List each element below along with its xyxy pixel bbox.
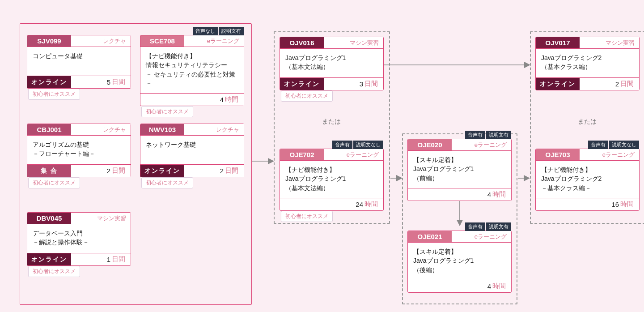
course-flags: 音声有 説明文なし <box>332 141 383 149</box>
course-flags: 音声有 説明文なし <box>588 141 639 149</box>
course-flags: 音声有 説明文有 <box>465 222 511 231</box>
card-dbv045[interactable]: DBV045 マシン実習 データベース入門 －解説と操作体験－ オンライン 1日… <box>27 212 131 266</box>
course-duration: 2日間 <box>184 165 244 177</box>
course-delivery <box>140 94 184 106</box>
course-duration: 4時間 <box>452 280 511 292</box>
card-oje020[interactable]: 音声有 説明文有 OJE020 eラーニング 【スキル定着】 Javaプログラミ… <box>407 139 512 201</box>
flag-desc: 説明文有 <box>486 131 511 139</box>
recommend-badge: 初心者にオススメ <box>141 177 193 188</box>
course-code: OJE020 <box>408 139 452 150</box>
recommend-badge: 初心者にオススメ <box>141 106 193 117</box>
course-style: マシン実習 <box>324 37 383 48</box>
course-code: OJV017 <box>536 37 580 48</box>
recommend-badge: 初心者にオススメ <box>28 89 80 100</box>
course-title: 【ナビ機能付き】 Javaプログラミング1 （基本文法編） <box>280 161 383 198</box>
recommend-badge: 初心者にオススメ <box>281 90 333 102</box>
or-label-java2: または <box>578 118 597 126</box>
course-delivery: オンライン <box>280 78 324 90</box>
course-duration: 3日間 <box>324 78 383 90</box>
recommend-badge: 初心者にオススメ <box>281 211 333 222</box>
course-code: OJE021 <box>408 231 452 242</box>
recommend-badge: 初心者にオススメ <box>28 177 80 188</box>
flag-voice: 音声有 <box>465 222 485 231</box>
course-title: 【スキル定着】 Javaプログラミング1 （前編） <box>408 151 511 188</box>
flag-desc: 説明文有 <box>486 222 511 231</box>
course-title: 【ナビ機能付き】 Javaプログラミング2 －基本クラス編－ <box>536 161 639 198</box>
course-title: ネットワーク基礎 <box>140 136 244 164</box>
or-label-java1: または <box>322 118 341 126</box>
course-title: Javaプログラミング1 （基本文法編） <box>280 49 383 77</box>
course-title: コンピュータ基礎 <box>27 47 131 76</box>
course-style: eラーニング <box>452 139 511 150</box>
course-title: Javaプログラミング2 （基本クラス編） <box>536 49 639 77</box>
course-code: CBJ001 <box>27 124 71 135</box>
flag-desc: 説明文なし <box>353 141 383 149</box>
course-delivery <box>408 280 452 292</box>
course-code: OJE702 <box>280 149 324 160</box>
course-code: DBV045 <box>27 213 71 224</box>
recommend-badge: 初心者にオススメ <box>28 266 80 277</box>
course-code: OJE703 <box>536 149 580 160</box>
course-title: 【ナビ機能付き】 情報セキュリティリテラシー － セキュリティの必要性と対策－ <box>140 47 244 93</box>
course-code: SCE708 <box>140 35 184 47</box>
course-style: eラーニング <box>324 149 383 160</box>
course-duration: 2日間 <box>580 78 639 90</box>
course-title: 【スキル定着】 Javaプログラミング1 （後編） <box>408 243 511 280</box>
card-oje702[interactable]: 音声有 説明文なし OJE702 eラーニング 【ナビ機能付き】 Javaプログ… <box>280 149 384 211</box>
course-code: OJV016 <box>280 37 324 48</box>
course-delivery <box>536 198 580 210</box>
course-style: マシン実習 <box>580 37 639 48</box>
course-title: データベース入門 －解説と操作体験－ <box>27 224 131 253</box>
card-oje703[interactable]: 音声有 説明文なし OJE703 eラーニング 【ナビ機能付き】 Javaプログ… <box>535 149 640 211</box>
flag-voice: 音声有 <box>465 131 485 139</box>
course-title: アルゴリズムの基礎 －フローチャート編－ <box>27 136 131 164</box>
flag-voice: 音声なし <box>193 27 218 35</box>
course-delivery: オンライン <box>27 76 71 88</box>
course-duration: 24時間 <box>324 198 383 210</box>
course-code: SJV099 <box>27 35 71 47</box>
course-code: NWV103 <box>140 124 184 135</box>
course-delivery <box>280 198 324 210</box>
card-nwv103[interactable]: NWV103 レクチャ ネットワーク基礎 オンライン 2日間 初心者にオススメ <box>140 124 244 177</box>
course-style: レクチャ <box>184 124 244 135</box>
course-style: eラーニング <box>580 149 639 160</box>
course-flow-canvas: SJV099 レクチャ コンピュータ基礎 オンライン 5日間 初心者にオススメ … <box>9 9 635 309</box>
card-cbj001[interactable]: CBJ001 レクチャ アルゴリズムの基礎 －フローチャート編－ 集 合 2日間… <box>27 124 131 177</box>
flag-desc: 説明文なし <box>609 141 639 149</box>
course-style: レクチャ <box>71 35 131 47</box>
flag-desc: 説明文有 <box>219 27 244 35</box>
course-style: eラーニング <box>184 35 244 47</box>
course-style: eラーニング <box>452 231 511 242</box>
card-ojv016[interactable]: OJV016 マシン実習 Javaプログラミング1 （基本文法編） オンライン … <box>280 37 384 90</box>
course-style: レクチャ <box>71 124 131 135</box>
course-style: マシン実習 <box>71 213 131 224</box>
course-delivery: オンライン <box>27 253 71 265</box>
card-oje021[interactable]: 音声有 説明文有 OJE021 eラーニング 【スキル定着】 Javaプログラミ… <box>407 231 512 293</box>
course-delivery: オンライン <box>140 165 184 177</box>
course-flags: 音声なし 説明文有 <box>193 27 244 35</box>
course-delivery <box>408 188 452 201</box>
course-duration: 1日間 <box>71 253 131 265</box>
course-delivery: オンライン <box>536 78 580 90</box>
course-duration: 16時間 <box>580 198 639 210</box>
course-duration: 4時間 <box>452 188 511 201</box>
course-duration: 5日間 <box>71 76 131 88</box>
course-flags: 音声有 説明文有 <box>465 131 511 139</box>
course-delivery: 集 合 <box>27 165 71 177</box>
course-duration: 4時間 <box>184 94 244 106</box>
card-sjv099[interactable]: SJV099 レクチャ コンピュータ基礎 オンライン 5日間 初心者にオススメ <box>27 35 131 89</box>
card-ojv017[interactable]: OJV017 マシン実習 Javaプログラミング2 （基本クラス編） オンライン… <box>535 37 640 90</box>
card-sce708[interactable]: 音声なし 説明文有 SCE708 eラーニング 【ナビ機能付き】 情報セキュリテ… <box>140 35 244 106</box>
flag-voice: 音声有 <box>588 141 608 149</box>
course-duration: 2日間 <box>71 165 131 177</box>
flag-voice: 音声有 <box>332 141 352 149</box>
